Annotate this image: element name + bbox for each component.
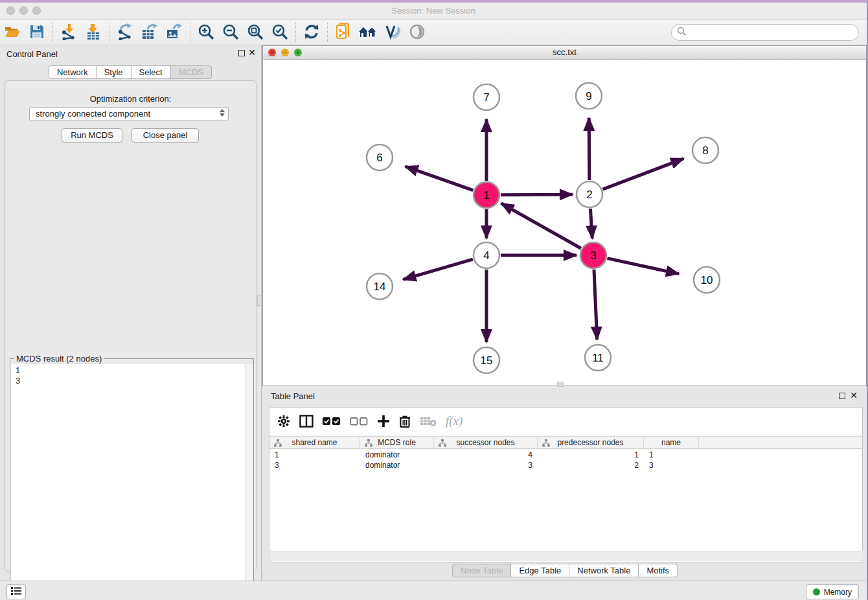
cell-predecessor-nodes[interactable]: 2 bbox=[538, 460, 644, 470]
tab-style[interactable]: Style bbox=[96, 65, 131, 79]
cell-name[interactable]: 3 bbox=[644, 460, 699, 470]
node-9[interactable]: 9 bbox=[576, 83, 602, 109]
titlebar: Session: New Session bbox=[0, 3, 867, 19]
add-column-button[interactable] bbox=[377, 415, 390, 428]
tab-node-table[interactable]: Node Table bbox=[452, 564, 512, 577]
column-header-successor-nodes[interactable]: successor nodes bbox=[434, 437, 538, 448]
split-view-button[interactable] bbox=[299, 415, 314, 428]
svg-text:11: 11 bbox=[592, 352, 604, 364]
zoom-view-icon[interactable]: + bbox=[294, 49, 302, 56]
search-field[interactable] bbox=[671, 24, 859, 41]
edge-1-6[interactable] bbox=[405, 167, 474, 190]
edge-3-1[interactable] bbox=[501, 203, 581, 248]
criterion-select[interactable]: strongly connected component bbox=[29, 107, 229, 121]
zoom-window-icon[interactable] bbox=[32, 6, 41, 15]
zoom-selected-button[interactable] bbox=[268, 22, 292, 43]
toolbar-separator bbox=[52, 23, 53, 42]
column-header-shared-name[interactable]: shared name bbox=[269, 437, 360, 448]
node-3[interactable]: 3 bbox=[580, 242, 606, 268]
export-image-button[interactable] bbox=[162, 22, 187, 43]
refresh-layout-button[interactable] bbox=[299, 22, 324, 43]
horizontal-splitter-handle[interactable] bbox=[557, 382, 564, 387]
float-panel-icon[interactable] bbox=[238, 50, 245, 56]
search-input[interactable] bbox=[687, 28, 858, 38]
float-table-panel-icon[interactable] bbox=[839, 393, 845, 399]
cell-shared-name[interactable]: 1 bbox=[269, 450, 360, 460]
column-header-MCDS-role[interactable]: MCDS role bbox=[360, 437, 434, 448]
zoom-fit-button[interactable] bbox=[243, 22, 268, 43]
memory-button[interactable]: Memory bbox=[806, 584, 859, 599]
close-panel-icon[interactable]: ✕ bbox=[248, 48, 256, 57]
minimize-view-icon[interactable]: − bbox=[281, 49, 289, 56]
node-1[interactable]: 1 bbox=[474, 182, 499, 208]
export-network-button[interactable] bbox=[113, 22, 137, 43]
refresh-icon bbox=[303, 23, 320, 42]
edge-2-8[interactable] bbox=[603, 159, 684, 189]
minimize-window-icon[interactable] bbox=[19, 6, 28, 15]
task-history-button[interactable] bbox=[6, 584, 26, 599]
result-scrollbar[interactable] bbox=[245, 364, 253, 600]
node-4[interactable]: 4 bbox=[474, 242, 499, 268]
column-header-name[interactable]: name bbox=[644, 437, 699, 448]
table-options-button[interactable] bbox=[277, 415, 290, 428]
tab-network[interactable]: Network bbox=[49, 65, 97, 79]
select-all-columns-button[interactable] bbox=[323, 417, 341, 426]
node-2[interactable]: 2 bbox=[577, 181, 602, 207]
toolbar-separator bbox=[327, 23, 328, 42]
node-10[interactable]: 10 bbox=[694, 267, 720, 293]
deselect-all-columns-button[interactable] bbox=[350, 417, 368, 426]
select-stepper-icon bbox=[220, 109, 225, 117]
cell-MCDS-role[interactable]: dominator bbox=[360, 460, 434, 470]
edge-1-2[interactable] bbox=[501, 194, 573, 195]
run-mcds-button[interactable]: Run MCDS bbox=[62, 128, 122, 143]
cell-name[interactable]: 1 bbox=[644, 450, 699, 460]
edge-3-10[interactable] bbox=[607, 259, 679, 274]
cell-predecessor-nodes[interactable]: 1 bbox=[538, 450, 644, 460]
close-panel-button[interactable]: Close panel bbox=[131, 128, 199, 143]
import-table-button[interactable] bbox=[81, 22, 106, 43]
tab-select[interactable]: Select bbox=[131, 65, 171, 79]
tab-motifs[interactable]: Motifs bbox=[638, 564, 678, 577]
tab-mcds[interactable]: MCDS bbox=[170, 65, 212, 79]
node-14[interactable]: 14 bbox=[367, 273, 393, 299]
edge-3-11[interactable] bbox=[594, 270, 597, 340]
main-toolbar bbox=[0, 20, 867, 45]
toolbar-separator bbox=[295, 23, 296, 42]
zoom-out-button[interactable] bbox=[218, 22, 243, 43]
mcds-result-area: 1 3 bbox=[11, 364, 253, 600]
node-8[interactable]: 8 bbox=[692, 137, 718, 163]
edge-2-9[interactable] bbox=[589, 118, 589, 180]
node-11[interactable]: 11 bbox=[585, 345, 611, 371]
import-network-button[interactable] bbox=[56, 22, 81, 43]
tab-network-table[interactable]: Network Table bbox=[569, 564, 639, 577]
table-hscrollbar[interactable] bbox=[270, 551, 863, 561]
edge-4-14[interactable] bbox=[403, 259, 472, 279]
vizmapper-button[interactable] bbox=[380, 22, 405, 43]
table-row[interactable]: 1dominator411 bbox=[269, 450, 862, 460]
delete-column-button[interactable] bbox=[399, 415, 411, 428]
vertical-splitter-handle[interactable] bbox=[257, 295, 262, 306]
zoom-in-button[interactable] bbox=[194, 22, 218, 43]
cell-successor-nodes[interactable]: 3 bbox=[434, 460, 538, 470]
export-table-button[interactable] bbox=[137, 22, 162, 43]
node-6[interactable]: 6 bbox=[367, 144, 393, 170]
cell-MCDS-role[interactable]: dominator bbox=[360, 450, 434, 460]
network-canvas[interactable]: 1234678910111415 bbox=[263, 60, 866, 386]
clone-network-button[interactable] bbox=[331, 22, 356, 43]
node-7[interactable]: 7 bbox=[474, 84, 499, 110]
edge-2-3[interactable] bbox=[590, 209, 592, 238]
table-row[interactable]: 3dominator323 bbox=[269, 460, 862, 470]
close-view-icon[interactable]: ✕ bbox=[268, 49, 276, 56]
save-session-button[interactable] bbox=[25, 22, 49, 43]
control-panel: Control Panel ✕ NetworkStyleSelectMCDS O… bbox=[0, 45, 261, 581]
cell-successor-nodes[interactable]: 4 bbox=[434, 450, 538, 460]
show-hide-button[interactable] bbox=[405, 22, 429, 43]
close-table-panel-icon[interactable]: ✕ bbox=[850, 391, 858, 400]
close-window-icon[interactable] bbox=[6, 6, 15, 15]
first-neighbors-button[interactable] bbox=[356, 22, 380, 43]
open-session-button[interactable] bbox=[0, 22, 25, 43]
column-header-predecessor-nodes[interactable]: predecessor nodes bbox=[538, 437, 644, 448]
tab-edge-table[interactable]: Edge Table bbox=[510, 564, 569, 577]
node-15[interactable]: 15 bbox=[474, 347, 499, 373]
cell-shared-name[interactable]: 3 bbox=[269, 460, 360, 470]
